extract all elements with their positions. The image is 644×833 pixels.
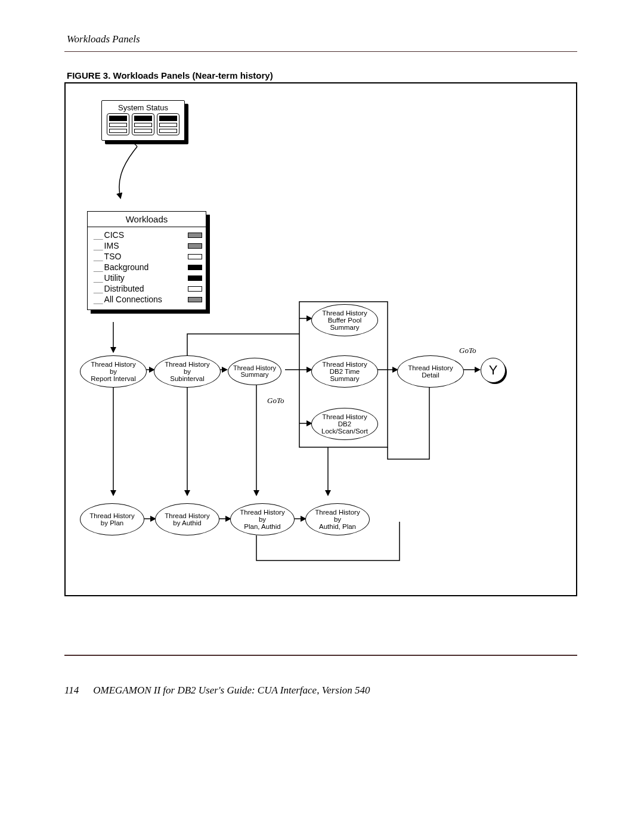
page-number: 114: [64, 685, 79, 696]
node-th-detail: Thread History Detail: [397, 355, 464, 388]
workloads-item: __All Connections: [94, 294, 202, 305]
footer: 114 OMEGAMON II for DB2 User's Guide: CU…: [64, 685, 370, 696]
node-th-by-authid: Thread History by Authid: [155, 503, 219, 535]
node-th-by-authid-plan: Thread History by Authid, Plan: [305, 503, 370, 535]
node-th-by-plan: Thread History by Plan: [80, 503, 144, 535]
header-rule: [64, 51, 577, 52]
document-page: Workloads Panels FIGURE 3. Workloads Pan…: [0, 0, 644, 833]
node-th-by-plan-authid: Thread History by Plan, Authid: [230, 503, 295, 535]
node-th-summary: Thread History Summary: [228, 358, 281, 385]
goto-label: GoTo: [459, 346, 476, 355]
figure-caption: FIGURE 3. Workloads Panels (Near-term hi…: [67, 70, 273, 80]
workloads-item: __Utility: [94, 272, 202, 283]
node-th-subinterval: Thread History by Subinterval: [154, 355, 221, 388]
workloads-item: __IMS: [94, 240, 202, 251]
workloads-item: __Background: [94, 262, 202, 272]
diagram-frame: System Status Workloads __CICS__IMS__TSO…: [64, 82, 577, 596]
workloads-item: __Distributed: [94, 283, 202, 294]
node-th-db2-time: Thread History DB2 Time Summary: [311, 355, 378, 388]
node-th-report-interval: Thread History by Report Interval: [80, 355, 147, 388]
running-head: Workloads Panels: [67, 33, 140, 45]
workloads-title: Workloads: [88, 212, 206, 227]
workloads-item: __CICS: [94, 230, 202, 240]
node-th-lock-scan-sort: Thread History DB2 Lock/Scan/Sort: [311, 408, 378, 440]
footer-rule: [64, 655, 577, 656]
footer-title: OMEGAMON II for DB2 User's Guide: CUA In…: [93, 685, 370, 696]
workloads-panel: Workloads __CICS__IMS__TSO__Background__…: [87, 211, 206, 310]
system-status-block: System Status: [101, 100, 185, 141]
node-y: Y: [481, 358, 506, 383]
goto-label: GoTo: [267, 396, 284, 405]
workloads-item: __TSO: [94, 251, 202, 262]
node-th-buffer-pool: Thread History Buffer Pool Summary: [311, 304, 378, 336]
system-status-title: System Status: [106, 103, 181, 112]
